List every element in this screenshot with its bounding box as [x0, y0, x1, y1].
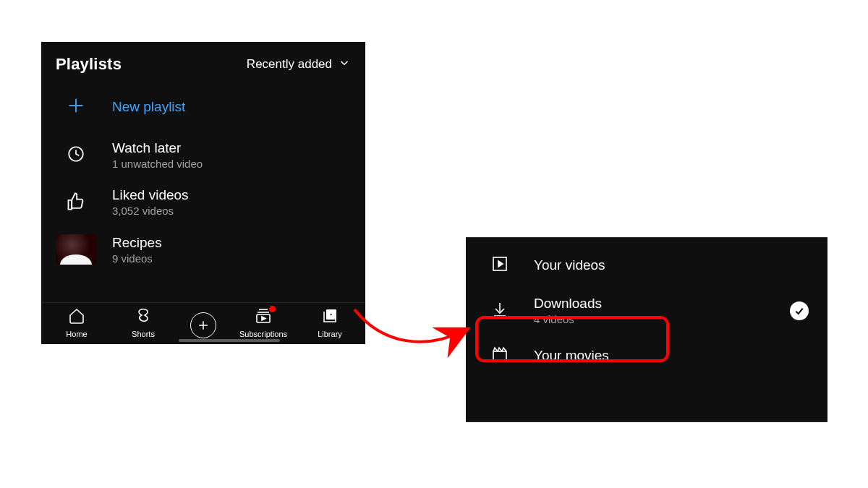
library-item-title: Your videos	[534, 257, 605, 273]
playlist-subtitle: 1 unwatched video	[112, 158, 203, 170]
new-playlist-label: New playlist	[112, 99, 185, 115]
svg-marker-12	[498, 261, 503, 267]
scroll-indicator	[179, 339, 280, 342]
new-playlist-button[interactable]: New playlist	[41, 82, 365, 132]
library-item-title: Downloads	[534, 296, 602, 312]
clock-icon	[67, 145, 85, 166]
playlist-title: Watch later	[112, 140, 203, 156]
library-icon	[321, 307, 339, 328]
library-item-your-movies[interactable]: Your movies	[466, 335, 827, 376]
chevron-down-icon	[338, 56, 351, 73]
library-item-your-videos[interactable]: Your videos	[466, 245, 827, 286]
nav-label: Home	[66, 330, 87, 338]
playlist-subtitle: 9 videos	[112, 252, 162, 265]
nav-label: Library	[318, 330, 342, 338]
playlist-title: Liked videos	[112, 187, 189, 203]
home-icon	[68, 307, 85, 328]
library-item-downloads[interactable]: Downloads 4 videos	[466, 286, 827, 335]
library-item-title: Your movies	[534, 348, 609, 364]
playlist-item-recipes[interactable]: Recipes 9 videos	[41, 226, 365, 267]
svg-marker-8	[262, 317, 265, 320]
plus-circle-icon	[190, 312, 216, 338]
playlist-subtitle: 3,052 videos	[112, 205, 189, 217]
shorts-icon	[135, 307, 152, 328]
library-playlists-panel: Playlists Recently added New playlist	[41, 42, 365, 344]
sort-label: Recently added	[247, 57, 332, 72]
nav-subscriptions[interactable]: Subscriptions	[235, 307, 292, 338]
playlist-thumbnail	[56, 234, 96, 265]
play-square-icon	[491, 255, 509, 275]
clapper-icon	[491, 346, 509, 366]
svg-rect-15	[493, 351, 506, 361]
download-icon	[491, 301, 509, 321]
thumbs-up-icon	[66, 191, 86, 214]
playlist-item-liked-videos[interactable]: Liked videos 3,052 videos	[41, 179, 365, 226]
notification-badge	[269, 306, 276, 312]
nav-label: Subscriptions	[239, 330, 287, 338]
bottom-nav: Home Shorts Subscriptions Library	[41, 302, 365, 344]
playlists-title: Playlists	[56, 55, 122, 74]
nav-create[interactable]	[182, 312, 225, 338]
arrow-annotation	[347, 295, 492, 367]
nav-home[interactable]: Home	[48, 307, 105, 338]
playlist-item-watch-later[interactable]: Watch later 1 unwatched video	[41, 132, 365, 179]
library-sections-panel: Your videos Downloads 4 videos Your movi…	[466, 237, 827, 422]
library-item-subtitle: 4 videos	[534, 313, 602, 325]
nav-shorts[interactable]: Shorts	[115, 307, 171, 338]
playlist-title: Recipes	[112, 235, 162, 251]
plus-icon	[66, 95, 86, 119]
check-icon	[790, 301, 809, 320]
playlists-list: New playlist Watch later 1 unwatched vid…	[41, 82, 365, 302]
playlists-header: Playlists Recently added	[41, 42, 365, 82]
sort-dropdown[interactable]: Recently added	[247, 56, 351, 73]
nav-label: Shorts	[132, 330, 155, 338]
